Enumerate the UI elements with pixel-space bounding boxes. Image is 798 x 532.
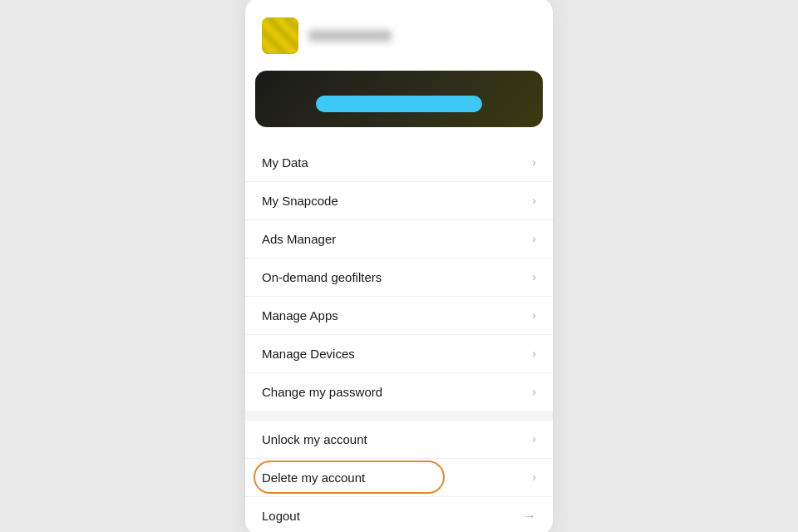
chevron-icon-change-password: › <box>532 385 536 398</box>
chevron-icon-manage-apps: › <box>532 308 536 322</box>
menu-label-manage-devices: Manage Devices <box>262 347 355 361</box>
menu-label-delete-account: Delete my account <box>262 470 365 485</box>
chevron-icon-manage-devices: › <box>532 347 536 360</box>
menu-item-delete-account[interactable]: Delete my account › <box>245 459 553 497</box>
chevron-icon-on-demand-geofilters: › <box>532 270 536 283</box>
menu-item-change-password[interactable]: Change my password › <box>245 373 553 411</box>
menu-item-manage-apps[interactable]: Manage Apps › <box>245 297 553 335</box>
menu-item-ads-manager[interactable]: Ads Manager › <box>245 220 553 259</box>
menu-label-ads-manager: Ads Manager <box>262 232 336 246</box>
menu-label-logout: Logout <box>262 509 300 523</box>
profile-section <box>245 17 553 71</box>
chevron-icon-unlock-account: › <box>532 432 536 446</box>
menu-separator <box>245 411 553 421</box>
chevron-icon-delete-account: › <box>532 470 536 484</box>
chevron-icon-my-data: › <box>532 155 536 169</box>
settings-card: My Data › My Snapcode › Ads Manager › On… <box>245 0 553 532</box>
chevron-icon-ads-manager: › <box>532 232 536 245</box>
menu-label-manage-apps: Manage Apps <box>262 308 338 323</box>
menu-label-my-data: My Data <box>262 155 308 170</box>
menu-item-on-demand-geofilters[interactable]: On-demand geofilters › <box>245 259 553 297</box>
menu-item-manage-devices[interactable]: Manage Devices › <box>245 335 553 373</box>
chat-banner <box>255 71 543 127</box>
logout-icon: → <box>523 509 536 524</box>
secondary-menu: Unlock my account › Delete my account › … <box>245 421 553 533</box>
menu-label-unlock-account: Unlock my account <box>262 432 367 446</box>
menu-item-my-snapcode[interactable]: My Snapcode › <box>245 182 553 220</box>
menu-label-on-demand-geofilters: On-demand geofilters <box>262 270 382 284</box>
menu-item-my-data[interactable]: My Data › <box>245 144 553 182</box>
main-menu: My Data › My Snapcode › Ads Manager › On… <box>245 144 553 411</box>
avatar <box>262 17 298 54</box>
chevron-icon-my-snapcode: › <box>532 194 536 207</box>
menu-label-my-snapcode: My Snapcode <box>262 194 338 208</box>
menu-item-logout[interactable]: Logout → <box>245 497 553 533</box>
menu-label-change-password: Change my password <box>262 385 382 399</box>
menu-item-unlock-account[interactable]: Unlock my account › <box>245 421 553 459</box>
username-blurred <box>308 30 392 42</box>
chat-now-button[interactable] <box>316 96 482 112</box>
